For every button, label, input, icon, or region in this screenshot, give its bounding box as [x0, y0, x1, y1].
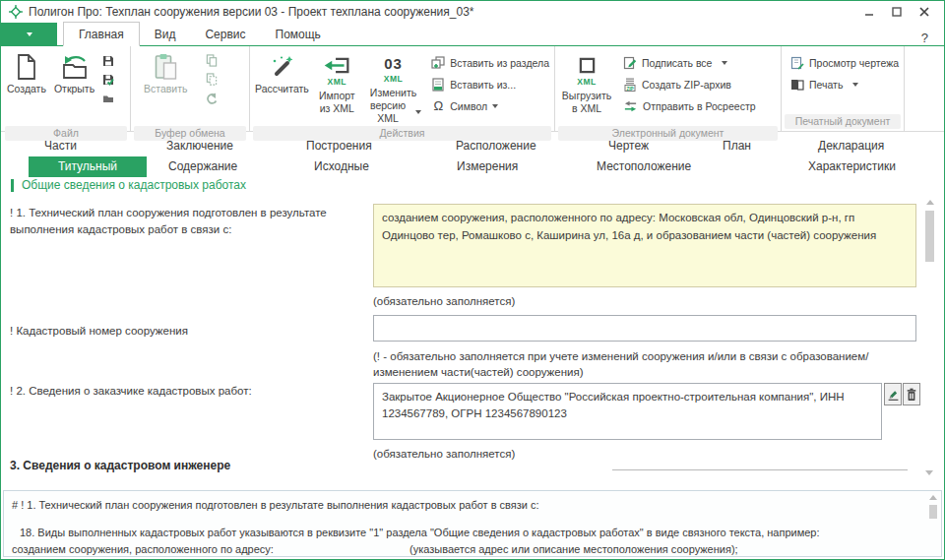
undo-button[interactable] [204, 92, 220, 104]
hint-line-2: 18. Виды выполненных кадастровых работ у… [20, 527, 820, 538]
edit-customer-button[interactable] [884, 383, 902, 405]
close-file-button[interactable] [100, 92, 116, 104]
print-small-buttons: Просмотр чертежа Печать [783, 48, 903, 92]
export-xml-label-2: в XML [572, 102, 601, 115]
field1-note: (обязательно заполняется) [373, 293, 916, 309]
file-menu-button[interactable] [1, 23, 57, 46]
import-xml-button[interactable]: XML Импорт из XML [313, 48, 361, 125]
tab-soderzhanie[interactable]: Содержание [168, 159, 237, 173]
preview-drawing-icon [790, 56, 804, 70]
tab-izmereniya[interactable]: Измерения [457, 159, 518, 173]
send-arrows-icon [623, 100, 638, 112]
minimize-icon [864, 7, 874, 17]
tab-titulny-active[interactable]: Титульный [29, 156, 147, 177]
tab-harakteristiki[interactable]: Характеристики [808, 159, 896, 173]
ribbon-group-label-print: Печатный документ [785, 114, 901, 129]
title-bar: Полигон Про: Техплан сооружения версии 0… [1, 1, 944, 23]
tab-postroeniya[interactable]: Построения [306, 139, 372, 153]
symbol-button[interactable]: Ω Символ [431, 98, 549, 113]
hint-panel: # ! 1. Технический план сооружения подго… [3, 490, 942, 557]
chevron-down-icon [852, 83, 858, 87]
ribbon-group-actions: Рассчитать XML Импорт из XML 03 [250, 46, 555, 131]
sign-all-button[interactable]: Подписать все [623, 55, 756, 70]
scroll-up-icon[interactable] [929, 495, 937, 500]
insert-from-button[interactable]: Вставить из... [431, 77, 549, 92]
delete-customer-button[interactable] [903, 383, 920, 405]
insert-from-label: Вставить из... [450, 79, 516, 91]
save-icon [102, 55, 114, 67]
hint-line-3-left: созданием сооружения, расположенного по … [12, 543, 274, 555]
minimize-button[interactable] [857, 4, 881, 21]
create-zip-label: Создать ZIP-архив [642, 79, 731, 91]
print-label: Печать [809, 79, 843, 91]
menu-tabs: Главная Вид Сервис Помощь [63, 22, 336, 45]
field2-label: ! 2. Сведения о заказчике кадастровых ра… [10, 383, 362, 400]
create-zip-button[interactable]: ZIP Создать ZIP-архив [623, 77, 756, 92]
subsection-marker [11, 179, 14, 192]
tab-deklaraciya[interactable]: Декларация [818, 139, 884, 153]
form-scrollbar[interactable] [922, 198, 937, 477]
insert-from-section-button[interactable]: Вставить из раздела [431, 55, 549, 70]
chevron-down-icon [722, 61, 727, 65]
send-rosreestr-button[interactable]: Отправить в Росреестр [623, 98, 756, 113]
subsection-link[interactable]: Общие сведения о кадастровых работах [11, 178, 246, 192]
tab-mestopolozhenie[interactable]: Местоположение [597, 159, 691, 173]
scroll-up-icon[interactable] [926, 200, 934, 205]
new-button[interactable]: Создать [3, 48, 50, 125]
change-xml-version-button[interactable]: 03 XML Изменить версию XML [361, 48, 425, 125]
menu-tab-pomosch[interactable]: Помощь [261, 22, 336, 45]
field1-textarea[interactable]: созданием сооружения, расположенного по … [373, 204, 916, 287]
cadastral-number-input[interactable] [373, 315, 916, 342]
open-button-label: Открыть [54, 83, 94, 95]
scroll-down-icon[interactable] [925, 470, 933, 475]
tab-raspolozhenie[interactable]: Расположение [456, 139, 536, 153]
tab-zaklyuchenie[interactable]: Заключение [166, 139, 233, 153]
cadastral-label: ! Кадастровый номер сооружения [10, 323, 362, 340]
help-button[interactable]: ? [906, 31, 944, 45]
tab-plan[interactable]: План [723, 139, 751, 153]
paste-icon [154, 53, 178, 81]
chevron-down-icon [27, 32, 32, 36]
insert-from-section-icon [431, 56, 445, 70]
tab-chertezh[interactable]: Чертеж [608, 139, 649, 153]
export-xml-button[interactable]: XML Выгрузить в XML [556, 48, 617, 125]
ribbon-group-file: Создать Открыть [2, 46, 131, 131]
close-icon [919, 7, 929, 17]
menu-tab-vid[interactable]: Вид [140, 22, 191, 45]
paste-button[interactable]: Вставить [140, 48, 192, 125]
save-as-icon [102, 74, 114, 86]
subsection-label: Общие сведения о кадастровых работах [22, 178, 246, 192]
calculate-button-label: Рассчитать [255, 83, 309, 95]
menu-tab-servis[interactable]: Сервис [190, 22, 260, 45]
menu-bar: Главная Вид Сервис Помощь ? [1, 23, 944, 46]
save-button[interactable] [100, 54, 116, 67]
open-button[interactable]: Открыть [50, 48, 98, 125]
trash-icon [906, 388, 917, 402]
tab-chasti[interactable]: Части [44, 139, 77, 153]
help-icon: ? [921, 31, 928, 45]
copy-button[interactable] [204, 54, 220, 67]
close-button[interactable] [913, 4, 936, 21]
section-tabs: Части Заключение Построения Расположение… [1, 132, 944, 195]
insert-from-section-label: Вставить из раздела [450, 57, 549, 69]
scrollbar-thumb[interactable] [925, 211, 934, 262]
paste-button-label: Вставить [144, 83, 188, 95]
save-as-button[interactable] [100, 73, 116, 86]
send-rosreestr-label: Отправить в Росреестр [643, 100, 756, 112]
hint-scrollbar[interactable] [926, 493, 939, 554]
maximize-button[interactable] [885, 4, 909, 21]
print-button[interactable]: Печать [790, 77, 899, 92]
menu-tab-label: Помощь [276, 28, 321, 41]
undo-icon [206, 93, 218, 104]
paste-special-button[interactable] [204, 73, 220, 86]
menu-tab-glavnaya[interactable]: Главная [63, 22, 140, 46]
scrollbar-thumb[interactable] [929, 505, 937, 519]
customer-textarea[interactable]: Закрытое Акционерное Общество "Российска… [373, 383, 882, 440]
xml-caption: XML [577, 78, 596, 87]
insert-from-icon [431, 78, 445, 92]
preview-drawing-button[interactable]: Просмотр чертежа [790, 55, 899, 70]
calculate-button[interactable]: Рассчитать [251, 48, 313, 125]
tab-ishodnye[interactable]: Исходные [314, 159, 369, 173]
omega-icon: Ω [431, 99, 445, 112]
magic-wand-icon [269, 54, 294, 80]
